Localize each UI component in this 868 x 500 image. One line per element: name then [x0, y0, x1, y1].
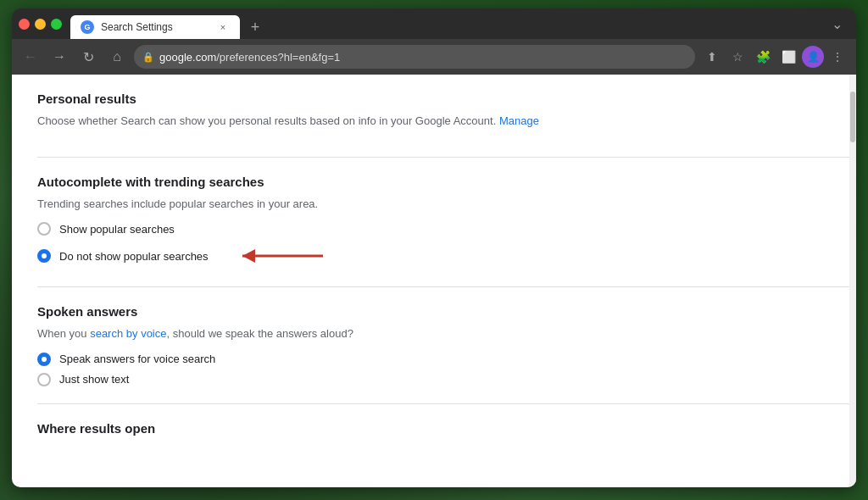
- autocomplete-section: Autocomplete with trending searches Tren…: [37, 158, 849, 288]
- personal-results-section: Personal results Choose whether Search c…: [37, 75, 849, 158]
- back-button[interactable]: ←: [19, 45, 42, 69]
- speak-answers-radio[interactable]: [37, 353, 51, 366]
- spoken-answers-radio-group: Speak answers for voice search Just show…: [37, 353, 815, 386]
- speak-answers-option[interactable]: Speak answers for voice search: [37, 353, 815, 366]
- tab-title: Search Settings: [101, 21, 209, 33]
- title-bar: G Search Settings × + ⌄: [12, 8, 856, 39]
- tab-bar: G Search Settings × +: [70, 8, 825, 39]
- maximize-window-button[interactable]: [51, 19, 62, 30]
- active-tab[interactable]: G Search Settings ×: [70, 15, 240, 39]
- extensions-button[interactable]: 🧩: [751, 45, 775, 69]
- scrollbar[interactable]: [849, 75, 856, 487]
- where-results-open-title: Where results open: [37, 421, 815, 436]
- just-show-text-radio[interactable]: [37, 373, 51, 386]
- show-popular-radio[interactable]: [37, 222, 51, 236]
- window-menu-icon[interactable]: ⌄: [825, 13, 849, 36]
- arrow-svg: [225, 242, 327, 269]
- nav-bar: ← → ↻ ⌂ 🔒 google.com/preferences?hl=en&f…: [12, 39, 856, 75]
- tab-favicon: G: [81, 20, 94, 34]
- do-not-show-option[interactable]: Do not show popular searches: [37, 249, 209, 263]
- bookmark-button[interactable]: ☆: [726, 45, 749, 69]
- spoken-answers-section: Spoken answers When you search by voice,…: [37, 287, 849, 404]
- browser-window: G Search Settings × + ⌄ ← → ↻ ⌂ 🔒 google…: [12, 8, 856, 487]
- autocomplete-desc: Trending searches include popular search…: [37, 196, 815, 213]
- tab-close-button[interactable]: ×: [216, 20, 230, 34]
- minimize-window-button[interactable]: [35, 19, 46, 30]
- spoken-answers-desc: When you search by voice, should we spea…: [37, 325, 815, 342]
- personal-results-desc: Choose whether Search can show you perso…: [37, 113, 815, 130]
- personal-results-title: Personal results: [37, 92, 815, 106]
- where-results-open-section: Where results open: [37, 404, 849, 459]
- do-not-show-radio[interactable]: [37, 249, 51, 263]
- arrow-annotation: [225, 242, 327, 269]
- home-button[interactable]: ⌂: [105, 45, 129, 69]
- lock-icon: 🔒: [142, 52, 154, 63]
- address-text: google.com/preferences?hl=en&fg=1: [159, 51, 340, 64]
- chrome-menu-button[interactable]: ⋮: [826, 45, 849, 69]
- close-window-button[interactable]: [19, 19, 30, 30]
- personal-results-manage-link[interactable]: Manage: [499, 114, 539, 127]
- scrollbar-thumb[interactable]: [850, 92, 855, 142]
- page-content: Personal results Choose whether Search c…: [12, 75, 856, 487]
- show-popular-option[interactable]: Show popular searches: [37, 222, 815, 236]
- autocomplete-title: Autocomplete with trending searches: [37, 175, 815, 189]
- spoken-answers-title: Spoken answers: [37, 304, 815, 319]
- profile-avatar[interactable]: 👤: [802, 46, 824, 68]
- just-show-text-option[interactable]: Just show text: [37, 373, 815, 386]
- new-tab-button[interactable]: +: [243, 15, 267, 39]
- share-button[interactable]: ⬆: [700, 45, 724, 69]
- reload-button[interactable]: ↻: [76, 45, 100, 69]
- forward-button[interactable]: →: [47, 45, 71, 69]
- tab-search-button[interactable]: ⬜: [776, 45, 800, 69]
- address-bar[interactable]: 🔒 google.com/preferences?hl=en&fg=1: [134, 45, 695, 69]
- autocomplete-radio-group: Show popular searches Do not show popula…: [37, 222, 815, 269]
- search-by-voice-link[interactable]: search by voice: [90, 327, 166, 340]
- nav-actions: ⬆ ☆ 🧩 ⬜ 👤 ⋮: [700, 45, 849, 69]
- main-content: Personal results Choose whether Search c…: [12, 75, 849, 487]
- svg-marker-1: [242, 249, 255, 263]
- do-not-show-container: Do not show popular searches: [37, 242, 815, 269]
- window-controls: [19, 19, 62, 30]
